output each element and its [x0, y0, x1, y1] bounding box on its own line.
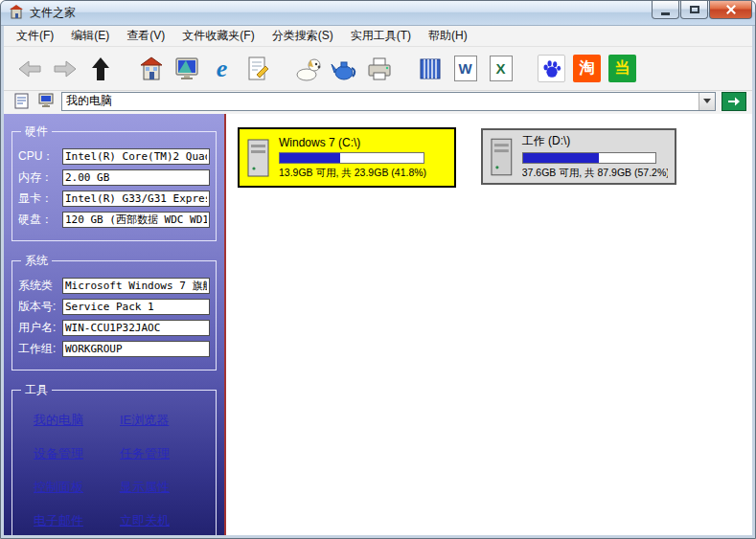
menu-favorites[interactable]: 文件收藏夹(F) — [173, 26, 263, 46]
link-task-manager[interactable]: 任务管理 — [120, 445, 206, 462]
up-button[interactable] — [82, 50, 118, 88]
titlebar: 文件之家 — [1, 1, 755, 26]
teapot-icon — [330, 55, 358, 83]
drive-c-name: Windows 7 (C:\) — [279, 136, 426, 149]
link-my-computer[interactable]: 我的电脑 — [34, 412, 120, 429]
home-button[interactable] — [133, 50, 169, 88]
drive-panel: Windows 7 (C:\) 13.9GB 可用, 共 23.9GB (41.… — [224, 114, 752, 535]
word-button[interactable]: W — [447, 50, 483, 88]
monitor-icon — [172, 55, 201, 83]
maximize-button[interactable] — [680, 1, 708, 19]
excel-letter: X — [495, 60, 505, 77]
ie-button[interactable]: e — [204, 50, 240, 88]
drive-d-name: 工作 (D:\) — [522, 133, 668, 149]
toolbar-nav-group — [11, 50, 118, 88]
link-email[interactable]: 电子邮件 — [34, 512, 120, 529]
link-ie-browser[interactable]: IE浏览器 — [120, 412, 206, 429]
drive-d-detail: 37.6GB 可用, 共 87.9GB (57.2%) — [522, 167, 668, 180]
favorites-book-button[interactable] — [412, 50, 447, 88]
drive-d-usage-bar — [522, 152, 656, 164]
excel-icon: X — [490, 56, 513, 81]
up-arrow-icon — [86, 55, 115, 83]
menu-help[interactable]: 帮助(H) — [420, 26, 476, 46]
os-type-row: 系统类 — [18, 278, 210, 294]
excel-button[interactable]: X — [483, 50, 518, 88]
memory-label: 内存： — [18, 169, 62, 186]
notepad-icon — [243, 55, 272, 83]
drive-c-usage-bar — [279, 152, 424, 164]
os-type-field[interactable] — [62, 278, 210, 294]
search-button[interactable] — [290, 50, 326, 88]
minimize-button[interactable] — [652, 1, 679, 19]
menu-edit[interactable]: 编辑(E) — [62, 26, 118, 46]
gpu-field[interactable] — [62, 191, 210, 207]
toolbar-office-group: W X — [412, 50, 518, 88]
computer-mini-button[interactable] — [36, 93, 56, 110]
menu-utilities[interactable]: 实用工具(T) — [342, 26, 420, 46]
hard-drive-icon — [246, 138, 271, 178]
cpu-field[interactable] — [62, 148, 210, 165]
dangdang-icon: 当 — [608, 55, 636, 82]
link-display-properties[interactable]: 显示属性 — [120, 479, 206, 496]
system-group: 系统 系统类 版本号: 用户名: 工作组: — [11, 253, 217, 371]
window-controls — [652, 1, 753, 19]
workgroup-label: 工作组: — [18, 341, 62, 357]
system-group-title: 系统 — [21, 253, 52, 269]
minimize-icon — [661, 12, 670, 15]
hard-drive-icon — [490, 137, 515, 177]
toolbar: e — [4, 47, 752, 91]
workgroup-field[interactable] — [62, 341, 210, 357]
window-title: 文件之家 — [30, 5, 76, 21]
workgroup-row: 工作组: — [18, 341, 210, 357]
cpu-row: CPU： — [18, 148, 210, 165]
gpu-row: 显卡： — [18, 191, 210, 207]
username-row: 用户名: — [18, 320, 210, 336]
forward-button[interactable] — [47, 50, 82, 88]
version-field[interactable] — [62, 299, 210, 315]
go-button[interactable] — [722, 92, 746, 111]
address-dropdown-button[interactable] — [699, 93, 715, 110]
disk-field[interactable] — [62, 212, 210, 228]
dangdang-button[interactable]: 当 — [605, 50, 640, 88]
gpu-label: 显卡： — [18, 191, 62, 207]
addressbar — [4, 91, 752, 114]
internet-explorer-icon: e — [217, 56, 228, 81]
notepad-button[interactable] — [240, 50, 275, 88]
display-button[interactable] — [169, 50, 204, 88]
menu-file[interactable]: 文件(F) — [8, 26, 62, 46]
go-arrow-icon — [727, 96, 741, 107]
tools-group-title: 工具 — [21, 382, 52, 398]
computer-icon — [37, 93, 55, 109]
utility-pot-button[interactable] — [326, 50, 361, 88]
link-device-manager[interactable]: 设备管理 — [34, 445, 120, 462]
memory-field[interactable] — [62, 169, 210, 186]
hardware-group-title: 硬件 — [21, 124, 52, 140]
drive-d-item[interactable]: 工作 (D:\) 37.6GB 可用, 共 87.9GB (57.2%) — [481, 128, 676, 185]
link-shutdown[interactable]: 立即关机 — [120, 512, 206, 529]
username-field[interactable] — [62, 320, 210, 336]
taobao-button[interactable]: 淘 — [569, 50, 605, 88]
page-mini-button[interactable] — [11, 93, 31, 110]
toolbar-utility-group — [290, 50, 397, 88]
word-letter: W — [458, 60, 471, 77]
menu-view[interactable]: 查看(V) — [118, 26, 173, 46]
back-button[interactable] — [11, 50, 47, 88]
drive-c-item[interactable]: Windows 7 (C:\) 13.9GB 可用, 共 23.9GB (41.… — [238, 127, 456, 188]
print-button[interactable] — [361, 50, 397, 88]
content-area: 硬件 CPU： 内存： 显卡： 硬盘： 系 — [4, 114, 752, 535]
drive-c-info: Windows 7 (C:\) 13.9GB 可用, 共 23.9GB (41.… — [279, 136, 426, 180]
address-input[interactable] — [62, 93, 699, 110]
hardware-group: 硬件 CPU： 内存： 显卡： 硬盘： — [11, 124, 217, 241]
link-control-panel[interactable]: 控制面板 — [34, 479, 120, 496]
cpu-label: CPU： — [18, 148, 62, 165]
sidebar: 硬件 CPU： 内存： 显卡： 硬盘： 系 — [4, 114, 224, 535]
close-button[interactable] — [709, 1, 752, 19]
app-icon — [9, 4, 24, 23]
toolbar-web-group: 淘 当 — [534, 50, 640, 88]
back-arrow-icon — [15, 55, 44, 83]
accordion-folder-icon — [416, 55, 445, 83]
baidu-button[interactable] — [534, 50, 569, 88]
disk-label: 硬盘： — [18, 212, 62, 228]
tools-links: 我的电脑 IE浏览器 设备管理 任务管理 控制面板 显示属性 电子邮件 立即关机 — [18, 402, 210, 535]
menu-category-search[interactable]: 分类搜索(S) — [263, 26, 342, 46]
